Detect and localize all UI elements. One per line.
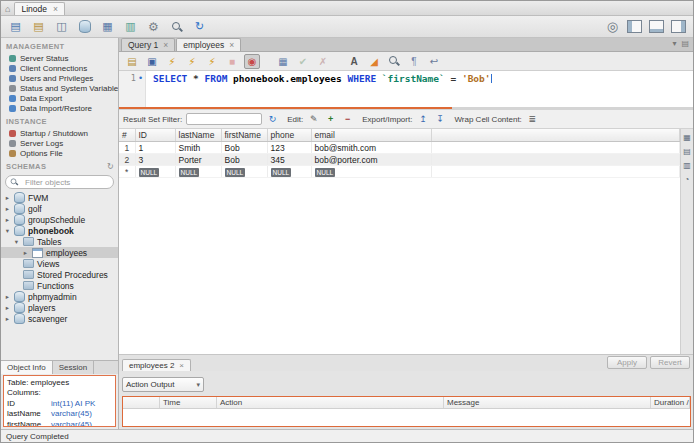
tab-close-icon[interactable]: × [229,40,234,50]
tab-query-1[interactable]: Query 1× [121,38,175,51]
tree-item-groupschedule[interactable]: ▸groupSchedule [1,214,118,225]
tab-session[interactable]: Session [53,361,94,374]
execute-icon[interactable]: ⚡ [164,54,180,69]
sidebar-item-data-import-restore[interactable]: Data Import/Restore [1,103,118,113]
tree-item-players[interactable]: ▸players [1,302,118,313]
sidebar-item-data-export[interactable]: Data Export [1,93,118,103]
autocommit-icon[interactable]: A [346,54,362,69]
connection-tab[interactable]: Linode × [14,2,65,15]
result-filter-input[interactable] [186,113,262,125]
table-row[interactable]: 11SmithBob123bob@smith.com [119,142,680,154]
sidebar-item-startup-shutdown[interactable]: Startup / Shutdown [1,128,118,138]
edit-record-icon[interactable]: ✎ [307,113,320,125]
tree-arrow-icon[interactable]: ▸ [22,249,29,257]
tab-list-icon[interactable]: ▾ [672,39,676,48]
limit-rows-icon[interactable]: ▦ [275,54,291,69]
row-number-cell[interactable]: 2 [119,154,135,166]
tree-arrow-icon[interactable]: ▸ [4,293,11,301]
column-header-firstname[interactable]: firstName [221,129,267,142]
result-set-tab[interactable]: employees 2 × [122,359,191,371]
result-grid-scroll[interactable]: #IDlastNamefirstNamephoneemail11SmithBob… [119,129,680,354]
grid-cell[interactable]: 123 [267,142,311,154]
tree-item-views[interactable]: Views [1,258,118,269]
grid-cell[interactable]: Bob [221,142,267,154]
beautify-icon[interactable]: ◢ [366,54,382,69]
grid-cell[interactable]: Smith [175,142,221,154]
home-icon[interactable]: ⌂ [5,4,10,14]
tree-arrow-icon[interactable]: ▾ [4,227,11,235]
tree-item-stored-procedures[interactable]: Stored Procedures [1,269,118,280]
row-number-cell[interactable]: * [119,166,135,178]
find-icon[interactable] [386,54,402,69]
tree-arrow-icon[interactable]: ▾ [13,238,20,246]
query-stats-icon[interactable]: ◔ [682,174,692,184]
add-row-icon[interactable]: + [324,113,337,125]
sql-line[interactable]: SELECT * FROM phonebook.employees WHERE … [146,71,492,107]
grid-cell[interactable]: NULL [135,166,175,178]
output-column-time[interactable]: Time [160,397,217,408]
column-header-lastname[interactable]: lastName [175,129,221,142]
explain-icon[interactable]: ⚡ [204,54,220,69]
grid-cell[interactable]: bob@smith.com [311,142,431,154]
sidebar-item-client-connections[interactable]: Client Connections [1,63,118,73]
tree-arrow-icon[interactable]: ▸ [4,194,11,202]
table-row[interactable]: 23PorterBob345bob@porter.com [119,154,680,166]
grid-cell[interactable]: 1 [135,142,175,154]
grid-cell[interactable]: NULL [267,166,311,178]
schema-filter-input[interactable] [23,177,105,188]
column-header-phone[interactable]: phone [267,129,311,142]
export-recordset-icon[interactable]: ↥ [416,113,429,125]
grid-cell[interactable]: Porter [175,154,221,166]
tree-item-phonebook[interactable]: ▾phonebook [1,225,118,236]
sidebar-item-server-logs[interactable]: Server Logs [1,138,118,148]
tab-menu-icon[interactable]: ▤ [681,39,689,48]
tab-object-info[interactable]: Object Info [1,361,53,374]
stop-icon[interactable]: ■ [224,54,240,69]
output-column-message[interactable]: Message [444,397,651,408]
refresh-schemas-icon[interactable]: ↻ [107,162,114,171]
wrap-cell-content-icon[interactable]: ≣ [526,113,539,125]
open-script-icon[interactable]: ▤ [124,54,140,69]
import-records-icon[interactable]: ↧ [433,113,446,125]
tree-item-scavenger[interactable]: ▸scavenger [1,313,118,324]
invisible-chars-icon[interactable]: ¶ [406,54,422,69]
save-script-icon[interactable]: ▣ [144,54,160,69]
rollback-icon[interactable]: ✗ [315,54,331,69]
column-header-id[interactable]: ID [135,129,175,142]
apply-button[interactable]: Apply [607,356,647,369]
commit-icon[interactable]: ✔ [295,54,311,69]
toggle-output-area-icon[interactable] [649,20,664,33]
settings-wheel-icon[interactable]: ◎ [605,20,620,34]
grid-cell[interactable]: NULL [311,166,431,178]
tree-item-phpmyadmin[interactable]: ▸phpmyadmin [1,291,118,302]
connection-tab-close-icon[interactable]: × [53,4,58,14]
stop-on-error-icon[interactable]: ◉ [244,54,260,69]
tree-arrow-icon[interactable]: ▸ [4,205,11,213]
editor-result-splitter[interactable] [119,107,693,110]
grid-cell[interactable]: NULL [221,166,267,178]
tab-close-icon[interactable]: × [163,40,168,50]
tree-item-functions[interactable]: Functions [1,280,118,291]
sidebar-item-status-and-system-variables[interactable]: Status and System Variables [1,83,118,93]
create-schema-icon[interactable] [77,20,92,34]
tree-item-golf[interactable]: ▸golf [1,203,118,214]
column-header-row-number[interactable]: # [119,129,135,142]
row-number-cell[interactable]: 1 [119,142,135,154]
table-row[interactable]: *NULLNULLNULLNULLNULL [119,166,680,178]
reconnect-server-icon[interactable]: ↻ [192,20,207,34]
tree-arrow-icon[interactable]: ▸ [4,216,11,224]
create-table-icon[interactable]: ▦ [100,20,115,34]
tree-item-fwm[interactable]: ▸FWM [1,192,118,203]
tree-item-employees[interactable]: ▸employees [1,247,118,258]
sidebar-item-options-file[interactable]: Options File [1,148,118,158]
column-header-email[interactable]: email [311,129,431,142]
open-sql-script-icon[interactable]: ▤ [31,20,46,34]
schema-filter[interactable] [5,175,114,189]
create-view-icon[interactable]: ▥ [123,20,138,34]
output-column-duration-fetch[interactable]: Duration / Fetch [651,397,690,408]
tab-employees[interactable]: employees× [176,38,241,51]
toggle-secondary-sidebar-icon[interactable] [671,20,686,33]
tree-arrow-icon[interactable]: ▸ [4,315,11,323]
search-data-icon[interactable] [169,20,184,34]
tree-arrow-icon[interactable]: ▸ [4,304,11,312]
